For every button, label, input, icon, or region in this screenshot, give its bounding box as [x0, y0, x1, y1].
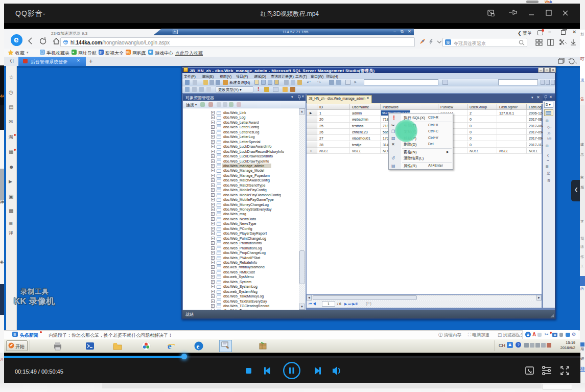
svg-text:e: e — [197, 342, 200, 350]
svg-text:e: e — [168, 341, 172, 351]
